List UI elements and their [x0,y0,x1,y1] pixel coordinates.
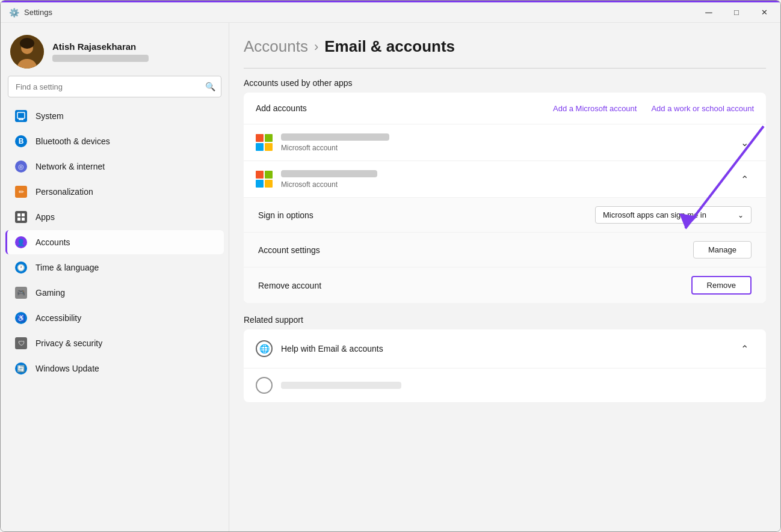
account-1-email-blur [281,133,389,141]
privacy-icon: 🛡 [15,337,27,349]
personalization-icon: ✏ [15,186,27,198]
account-1-expand-btn[interactable]: ⌄ [735,133,754,152]
add-microsoft-link[interactable]: Add a Microsoft account [553,104,637,113]
account-2-collapse-btn[interactable]: ⌃ [735,170,754,189]
settings-icon: ⚙️ [9,8,19,17]
account-2-expanded: Sign in options Microsoft apps can sign … [244,197,766,303]
nav-label-system: System [36,111,64,121]
ms-blue-2 [256,180,264,188]
nav-item-network[interactable]: ◎ Network & internet [5,154,224,179]
add-accounts-row: Add accounts Add a Microsoft account Add… [244,93,766,124]
title-bar-label: Settings [24,8,52,17]
ms-logo-1 [256,134,273,151]
add-work-link[interactable]: Add a work or school account [651,104,754,113]
user-name: Atish Rajasekharan [52,41,219,52]
account-2-email-blur [281,170,377,177]
support-item-2-icon [256,377,273,394]
search-input[interactable] [8,76,221,97]
remove-button[interactable]: Remove [691,276,752,295]
header-divider [244,68,766,69]
update-icon: 🔄 [15,362,27,375]
nav-item-personalization[interactable]: ✏ Personalization [5,180,224,204]
remove-account-row: Remove account Remove [244,267,766,303]
gaming-icon: 🎮 [15,287,27,299]
svg-point-3 [20,38,34,49]
nav-label-gaming: Gaming [36,288,65,298]
svg-rect-11 [22,218,25,221]
nav-item-privacy[interactable]: 🛡 Privacy & security [5,331,224,355]
manage-button[interactable]: Manage [693,241,752,258]
nav-label-network: Network & internet [36,162,105,171]
ms-red-2 [256,171,264,179]
account-item-2: Microsoft account ⌃ [244,161,766,197]
support-item: 🌐 Help with Email & accounts ⌃ [244,329,766,368]
bluetooth-icon: B [15,135,27,147]
account-1-info: Microsoft account [281,133,726,152]
title-bar-left: ⚙️ Settings [9,8,52,17]
avatar [10,35,44,69]
accounts-card: Add accounts Add a Microsoft account Add… [244,93,766,303]
account-2-type: Microsoft account [281,180,726,189]
ms-blue [256,143,264,151]
support-card: 🌐 Help with Email & accounts ⌃ [244,329,766,402]
account-1-type: Microsoft account [281,144,726,152]
nav-item-bluetooth[interactable]: B Bluetooth & devices [5,129,224,153]
search-box: 🔍 [8,76,221,97]
support-collapse-btn[interactable]: ⌃ [735,339,754,358]
sign-in-label: Sign in options [258,210,313,220]
close-button[interactable]: ✕ [750,3,778,22]
main-content: Accounts › Email & accounts Accounts use… [229,23,780,531]
ms-logo-2 [256,171,273,188]
dropdown-chevron: ⌄ [738,211,744,219]
breadcrumb-parent: Accounts [244,37,308,56]
accessibility-icon: ♿ [15,312,27,324]
app-window: ⚙️ Settings ─ □ ✕ [0,0,781,532]
sign-in-value: Microsoft apps can sign me in [603,210,706,219]
breadcrumb-separator: › [314,39,318,55]
time-icon: 🕐 [15,261,27,274]
minimize-button[interactable]: ─ [695,3,723,22]
maximize-button[interactable]: □ [723,3,750,22]
related-support-title: Related support [244,310,766,329]
nav-label-accounts: Accounts [36,237,70,247]
ms-green [265,134,273,142]
user-email-blur [52,55,149,62]
nav-item-time[interactable]: 🕐 Time & language [5,255,224,280]
main-layout: Atish Rajasekharan 🔍 System B [1,23,780,531]
account-settings-label: Account settings [258,245,320,255]
system-icon [15,110,27,122]
support-item-2 [244,368,766,402]
nav-label-privacy: Privacy & security [36,338,102,348]
svg-rect-8 [17,213,20,216]
ms-red [256,134,264,142]
nav-item-accessibility[interactable]: ♿ Accessibility [5,306,224,330]
support-left: 🌐 Help with Email & accounts [256,340,383,357]
nav-item-accounts[interactable]: 👤 Accounts [5,230,224,254]
sidebar: Atish Rajasekharan 🔍 System B [1,23,229,531]
nav-item-apps[interactable]: Apps [5,205,224,229]
user-info: Atish Rajasekharan [52,41,219,62]
nav-label-accessibility: Accessibility [36,313,81,323]
purple-accent-bar [1,1,780,2]
ms-yellow [265,143,273,151]
search-icon: 🔍 [205,82,215,91]
accounts-icon: 👤 [15,236,27,248]
title-bar: ⚙️ Settings ─ □ ✕ [1,2,780,23]
support-label: Help with Email & accounts [281,344,383,353]
nav-item-gaming[interactable]: 🎮 Gaming [5,281,224,305]
nav-item-system[interactable]: System [5,104,224,128]
nav-item-update[interactable]: 🔄 Windows Update [5,356,224,381]
remove-account-label: Remove account [258,281,321,290]
nav-label-update: Windows Update [36,364,99,373]
nav-label-bluetooth: Bluetooth & devices [36,136,110,146]
nav-label-personalization: Personalization [36,187,93,197]
section-title: Accounts used by other apps [244,78,766,88]
account-2-info: Microsoft account [281,170,726,189]
svg-rect-4 [17,112,25,118]
apps-icon [15,211,27,223]
sign-in-dropdown[interactable]: Microsoft apps can sign me in ⌄ [595,206,752,224]
add-accounts-label: Add accounts [256,103,307,113]
nav-label-time: Time & language [36,263,99,272]
ms-green-2 [265,171,273,179]
svg-rect-10 [17,218,20,221]
